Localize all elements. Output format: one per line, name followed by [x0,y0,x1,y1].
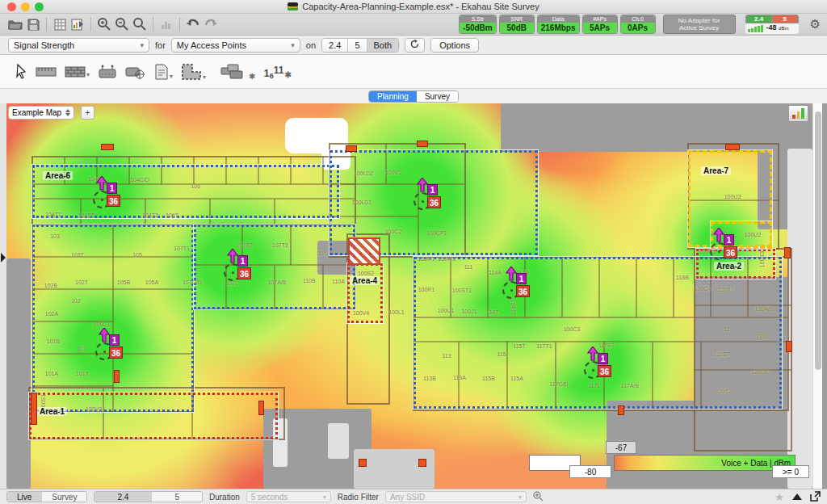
zoom-in-icon[interactable] [95,16,113,32]
access-point-marker[interactable]: 136 [586,351,618,384]
access-point-marker[interactable]: 136 [225,254,258,286]
room-label: 114T [486,309,498,315]
access-point-tool-icon[interactable] [98,65,117,79]
title-bar: Capacity-Area-Planning-Example.esx* - Ek… [0,0,827,14]
add-map-button[interactable]: + [81,106,94,120]
band-segmented-control: 2.4 5 Both [321,38,399,52]
minimize-window-button[interactable] [21,2,30,11]
scrollbar-thumb[interactable] [815,111,821,370]
maximize-window-button[interactable] [35,2,44,11]
status-chip: SNR50dB [500,15,534,33]
access-point-marker[interactable]: 136 [415,183,447,215]
drawer-expand-icon[interactable] [1,253,6,262]
no-adapter-button[interactable]: No Adapter for Active Survey [663,15,736,34]
room-label: 100L1 [388,309,404,315]
band-2.4-badge: 2.4 [747,15,771,23]
exit-marker [101,144,114,150]
favorite-star-icon[interactable]: ★ [775,491,784,503]
undo-icon[interactable] [184,16,202,32]
band-2.4-button[interactable]: 2.4 [322,39,348,52]
side-drawer-strip [0,103,6,489]
zoom-fit-icon[interactable] [131,16,149,32]
status-chip-label: Ch.0 [621,15,655,23]
status-chip-value: 216Mbps [538,23,579,33]
ap-antenna-icon [506,267,517,281]
exit-marker [31,393,37,425]
select-tool-icon[interactable] [15,64,27,80]
room-label: 113B [423,376,436,381]
room-label: 100M1 [418,256,434,262]
floorplan-canvas[interactable]: 104L104C/D106104T1104ST104T2106T103103T1… [6,103,812,489]
redo-icon[interactable] [202,16,220,32]
room-label: 110A [332,279,345,284]
export-image-icon[interactable] [69,16,86,32]
status-chip-value: 5APs [583,23,617,33]
room-label: 100U2 [745,232,762,237]
map-vertical-scrollbar[interactable] [812,103,822,489]
note-tool-icon[interactable]: ▾ [154,64,173,80]
panel-expand-icon[interactable] [792,494,802,500]
room-label: 113A [453,375,466,380]
room-label: 110 [318,250,327,256]
room-label: 115 [497,351,506,357]
open-project-icon[interactable] [6,16,24,32]
status-chip: Ch.00APs [621,15,655,33]
statusbar-band-2.4-button[interactable]: 2.4 [94,492,152,502]
magnifier-plus-icon[interactable] [533,491,544,503]
live-button[interactable]: Live [7,492,42,502]
room-label: 107T1 [174,246,190,251]
map-select[interactable]: Example Map [8,106,74,120]
options-button[interactable]: Options [430,38,479,52]
refresh-button[interactable] [405,38,425,52]
duration-select[interactable]: 5 seconds▾ [246,491,331,502]
area-outline[interactable] [32,225,194,412]
for-label: for [155,40,166,50]
band-both-button[interactable]: Both [367,39,399,52]
access-point-marker[interactable]: 136 [504,271,536,304]
channel-planner-tool-icon[interactable]: 1611✱ [263,65,291,79]
histogram-button[interactable] [788,105,808,122]
visualization-select[interactable]: Signal Strength▾ [8,38,149,52]
ap-antenna-icon [227,249,238,263]
room-label: 103T [71,252,84,258]
zoom-out-icon[interactable] [113,16,131,32]
area-outline[interactable] [29,393,278,439]
target-select[interactable]: My Access Points▾ [171,38,300,52]
statistics-icon[interactable] [157,16,175,32]
duration-label: Duration [209,493,240,502]
room-label: 100V4 [353,310,369,316]
report-icon[interactable] [51,16,69,32]
map-outer: 104L104C/D106104T1104ST104T2106T103103T1… [0,103,827,489]
ssid-filter-select[interactable]: Any SSID▾ [385,491,527,502]
map-select-stepper [65,109,70,116]
tab-planning[interactable]: Planning [369,91,417,102]
access-point-marker[interactable]: 136 [97,333,129,365]
room-label: 120A/B [755,306,774,312]
auto-planner-tool-icon[interactable]: ✱ [220,63,255,81]
band-5-button[interactable]: 5 [348,39,367,52]
scale-tool-icon[interactable] [36,65,57,78]
room-label: 107C/D [183,279,202,285]
save-project-icon[interactable] [24,16,42,32]
legend-min-handle[interactable]: -80 [569,465,611,478]
statusbar-band-5-button[interactable]: 5 [152,492,202,502]
access-point-marker[interactable]: 136 [712,233,744,265]
export-view-icon[interactable] [810,491,821,503]
area-tool-icon[interactable]: ▾ [181,63,206,81]
area-outline[interactable] [32,165,339,218]
wall-tool-icon[interactable]: ▾ [65,65,90,78]
rssi-readout: -48 dBm [766,24,789,32]
status-chip-label: Data [538,15,579,23]
room-label: 107T2 [272,242,288,248]
measured-ap-tool-icon[interactable] [125,65,146,79]
close-window-button[interactable] [7,2,16,11]
tab-survey[interactable]: Survey [417,91,458,102]
band-signal-widget: 2.4 5 -48 dBm [745,15,799,34]
survey-mode-button[interactable]: Survey [42,492,86,502]
room-label: 105B [117,279,130,285]
access-point-marker[interactable]: 136 [94,181,127,213]
area-outline[interactable] [194,225,355,309]
room-label: 115A [510,376,523,381]
settings-gear-icon[interactable]: ⚙ [810,17,821,32]
legend-threshold-handle[interactable]: -67 [606,441,636,454]
